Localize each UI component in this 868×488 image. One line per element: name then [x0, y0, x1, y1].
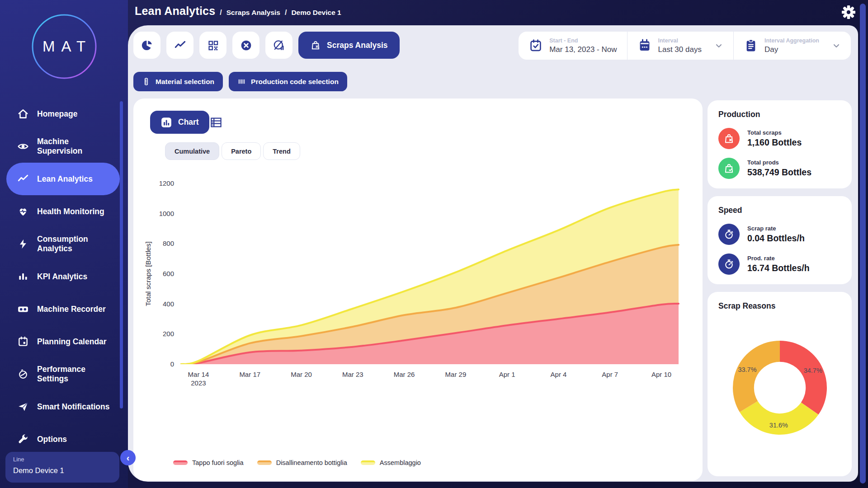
production-code-selection-button[interactable]: Production code selection [229, 72, 347, 91]
total-scraps-value: 1,160 Bottles [747, 137, 802, 148]
interval-setting[interactable]: Interval Last 30 days [627, 32, 733, 60]
table-view-button[interactable] [209, 116, 223, 129]
stops-view-button[interactable] [232, 32, 259, 59]
material-selection-button[interactable]: Material selection [133, 72, 223, 91]
qr-code-view-button[interactable] [199, 32, 226, 59]
sidebar-item-options[interactable]: Options [6, 423, 120, 455]
sidebar-item-homepage[interactable]: Homepage [6, 98, 120, 130]
interval-aggregation-setting[interactable]: Interval Aggregation Day [733, 32, 851, 60]
total-prods-row: Total prods 538,749 Bottles [718, 158, 841, 179]
chart-button-icon [160, 117, 172, 128]
device-selector[interactable]: Line Demo Device 1 [5, 452, 119, 483]
donut-chart-svg: 34.7%31.6%33.7% [722, 330, 838, 446]
calendar-dots-icon [637, 38, 652, 53]
trend-line-icon [174, 39, 186, 52]
page-scrollbar[interactable] [860, 4, 866, 483]
send-icon [17, 401, 29, 413]
scrap-rate-value: 0.04 Bottles/h [747, 233, 805, 244]
breadcrumb-scraps-analysis[interactable]: Scraps Analysis [226, 9, 280, 17]
app-screen: MAT HomepageMachine SupervisionLean Anal… [0, 0, 868, 488]
material-selection-label: Material selection [156, 78, 214, 86]
start-end-setting[interactable]: Start - End Mar 13, 2023 - Now [519, 32, 627, 60]
y-tick-label: 0 [170, 360, 174, 368]
scraps-analysis-button[interactable]: Scraps Analysis [298, 32, 400, 59]
pie-chart-icon [141, 39, 153, 52]
y-tick-label: 600 [163, 270, 174, 277]
sidebar-item-label: Machine Recorder [37, 305, 115, 314]
chart-legend: Tappo fuori soglia Disallineamento botti… [173, 459, 421, 466]
eye-icon [17, 141, 29, 152]
x-tick-label: Mar 14 [188, 371, 209, 378]
tab-pareto[interactable]: Pareto [222, 142, 261, 160]
legend-item-assemblaggio[interactable]: Assemblaggio [361, 459, 421, 466]
total-scraps-row: Total scraps 1,160 Bottles [718, 128, 841, 149]
tab-trend[interactable]: Trend [263, 142, 300, 160]
total-prods-label: Total prods [747, 159, 811, 166]
legend-item-tappo-fuori-soglia[interactable]: Tappo fuori soglia [173, 459, 244, 466]
production-card: Production Total scraps 1,160 Bottles [708, 100, 852, 188]
x-tick-label: Mar 29 [445, 371, 467, 378]
legend-swatch [361, 460, 375, 465]
sidebar-item-label: Lean Analytics [37, 174, 115, 184]
area-chart-svg: 020040060080010001200Total scraps [Bottl… [142, 171, 693, 428]
pie-chart-view-button[interactable] [133, 32, 160, 59]
sidebar-item-label: Smart Notifications [37, 402, 115, 412]
donut-percent-label: 33.7% [738, 366, 756, 373]
chevron-left-icon: ‹ [127, 453, 130, 462]
x-circle-icon [240, 39, 252, 52]
sidebar-item-machine-recorder[interactable]: Machine Recorder [6, 293, 120, 325]
y-tick-label: 1200 [159, 179, 174, 187]
gauge-icon [17, 368, 29, 380]
sidebar-item-health-monitoring[interactable]: Health Monitoring [6, 195, 120, 228]
trend-view-button[interactable] [166, 32, 193, 59]
stacked-area-chart: 020040060080010001200Total scraps [Bottl… [142, 171, 693, 428]
x-tick-label: Apr 10 [651, 371, 671, 378]
settings-gear-button[interactable] [842, 5, 855, 19]
sidebar-item-planning-calendar[interactable]: Planning Calendar [6, 325, 120, 358]
speed-title: Speed [718, 206, 841, 215]
interval-label: Interval [658, 38, 702, 44]
speed-card: Speed Scrap rate 0.04 Bottles/h [708, 196, 852, 284]
stopwatch-icon [723, 258, 735, 270]
tab-cumulative[interactable]: Cumulative [165, 142, 219, 160]
sidebar-item-lean-analytics[interactable]: Lean Analytics [6, 163, 120, 195]
y-tick-label: 400 [163, 300, 174, 308]
scrap-reasons-title: Scrap Reasons [718, 301, 841, 311]
sidebar-item-smart-notifications[interactable]: Smart Notifications [6, 390, 120, 423]
sidebar-collapse-button[interactable]: ‹ [120, 450, 136, 465]
breadcrumb-separator: / [285, 9, 287, 17]
bolt-icon [17, 238, 29, 250]
scraps-analysis-label: Scraps Analysis [327, 41, 388, 50]
sidebar-item-kpi-analytics[interactable]: KPI Analytics [6, 260, 120, 293]
legend-item-disallineamento-bottiglia[interactable]: Disallineamento bottiglia [257, 459, 347, 466]
device-selector-label: Line [13, 456, 112, 463]
sidebar-item-label: Performance Settings [37, 365, 115, 383]
barcode-icon [237, 77, 246, 86]
breadcrumb-separator: / [220, 9, 222, 17]
table-icon [209, 116, 223, 129]
x-tick-sublabel: 2023 [191, 379, 206, 387]
filter-row: Material selection Production code selec… [133, 72, 347, 91]
sidebar-item-label: KPI Analytics [37, 272, 115, 282]
calendar-check-icon [528, 38, 543, 53]
breadcrumb-device[interactable]: Demo Device 1 [291, 9, 341, 17]
y-tick-label: 800 [163, 239, 174, 247]
sidebar-nav: HomepageMachine SupervisionLean Analytic… [0, 98, 128, 455]
device-selector-value: Demo Device 1 [13, 466, 112, 475]
sidebar-item-performance-settings[interactable]: Performance Settings [6, 358, 120, 390]
bag-x-icon [723, 133, 735, 144]
scrap-rate-label: Scrap rate [747, 225, 805, 232]
prod-rate-label: Prod. rate [747, 255, 810, 262]
sidebar-item-label: Options [37, 435, 115, 444]
sidebar-item-machine-supervision[interactable]: Machine Supervision [6, 130, 120, 163]
interval-aggregation-value: Day [764, 45, 819, 54]
chart-view-button[interactable]: Chart [150, 111, 209, 134]
analysis-toolbar: Scraps Analysis [133, 32, 400, 59]
sidebar-item-label: Planning Calendar [37, 337, 115, 347]
sidebar-scrollbar[interactable] [120, 101, 123, 408]
start-end-label: Start - End [549, 38, 617, 44]
legend-label: Disallineamento bottiglia [276, 459, 347, 466]
x-tick-label: Mar 17 [239, 371, 260, 378]
scrap-chart-view-button[interactable] [265, 32, 292, 59]
sidebar-item-consumption-analytics[interactable]: Consumption Analytics [6, 228, 120, 260]
